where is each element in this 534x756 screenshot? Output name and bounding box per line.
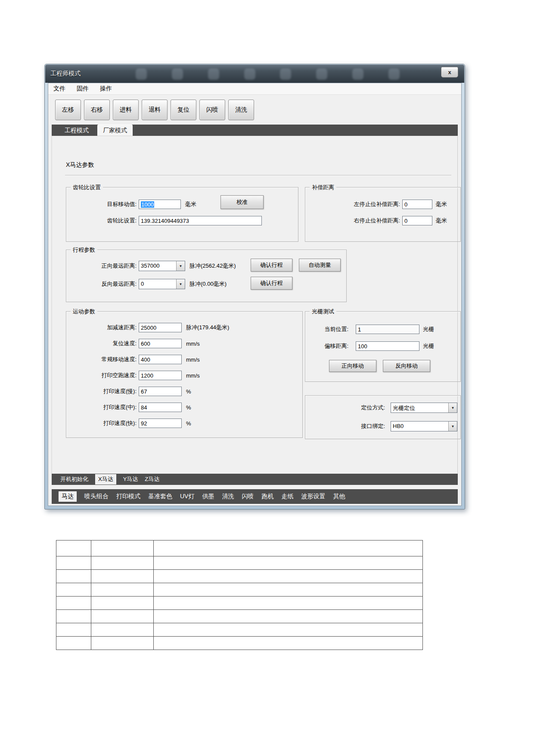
left-stop-compensation-input[interactable] (402, 200, 432, 209)
chevron-down-icon[interactable]: ▼ (176, 279, 185, 289)
target-move-label: 目标移动值: (66, 200, 139, 208)
right-stop-compensation-unit: 毫米 (436, 217, 447, 225)
normal-move-speed-unit: mm/s (186, 356, 200, 363)
table-cell (153, 610, 422, 623)
menu-item-firmware[interactable]: 固件 (76, 84, 90, 94)
reverse-max-distance-value: 0 (139, 279, 176, 289)
ghost-icon (244, 69, 255, 80)
interface-binding-combobox[interactable]: HB0 ▼ (391, 421, 457, 431)
print-speed-medium-input[interactable] (139, 403, 182, 412)
clean-button[interactable]: 清洗 (228, 100, 254, 120)
interface-binding-value: HB0 (391, 422, 448, 431)
ghost-icon (352, 69, 363, 80)
print-speed-slow-unit: % (186, 388, 191, 395)
print-speed-slow-label: 打印速度(慢): (66, 387, 139, 395)
table-cell (153, 637, 422, 650)
tab-y-motor[interactable]: Y马达 (123, 475, 138, 483)
binding-group: 定位方式: 光栅定位 ▼ 接口绑定: HB0 ▼ (305, 395, 461, 439)
reset-speed-input[interactable] (139, 339, 182, 348)
current-position-label: 当前位置: (305, 325, 351, 333)
motor-tab-bar: 开机初始化 X马达 Y马达 Z马达 (52, 474, 458, 485)
forward-max-distance-combobox[interactable]: 357000 ▼ (139, 261, 185, 271)
auto-measure-button[interactable]: 自动测量 (299, 259, 341, 272)
right-stop-compensation-label: 右停止位补偿距离: (305, 217, 402, 225)
accel-distance-input[interactable] (139, 323, 182, 332)
travel-group: 行程参数 正向最远距离: 357000 ▼ 脉冲(2562.42毫米) 反向最远… (66, 250, 347, 302)
current-position-field[interactable]: 1 (356, 325, 419, 334)
page-title: X马达参数 (66, 161, 94, 169)
motion-group-title: 运动参数 (71, 308, 97, 316)
menu-item-operation[interactable]: 操作 (99, 84, 113, 94)
ghost-icon (208, 69, 219, 80)
move-left-button[interactable]: 左移 (55, 100, 81, 120)
compensation-group: 补偿距离 左停止位补偿距离: 毫米 右停止位补偿距离: 毫米 (305, 187, 461, 242)
confirm-travel-button-2[interactable]: 确认行程 (251, 277, 292, 290)
reverse-max-distance-combobox[interactable]: 0 ▼ (139, 279, 185, 289)
table-cell (91, 540, 153, 556)
tab-printhead-combo[interactable]: 喷头组合 (84, 493, 109, 500)
travel-group-title: 行程参数 (71, 246, 97, 254)
titlebar[interactable]: 工程师模式 x (45, 65, 464, 83)
tab-z-motor[interactable]: Z马达 (145, 475, 159, 483)
tab-flash-spray[interactable]: 闪喷 (242, 493, 254, 500)
close-icon[interactable]: x (441, 67, 458, 78)
table-cell (91, 556, 153, 569)
accel-distance-label: 加减速距离: (66, 324, 139, 331)
ghost-icon (388, 69, 400, 80)
print-idle-speed-input[interactable] (139, 371, 182, 380)
right-stop-compensation-input[interactable] (402, 216, 432, 225)
table-cell (153, 556, 422, 569)
print-speed-fast-input[interactable] (139, 419, 182, 428)
normal-move-speed-input[interactable] (139, 355, 182, 364)
tab-x-motor[interactable]: X马达 (95, 474, 116, 484)
tab-engineering-mode[interactable]: 工程模式 (59, 125, 94, 136)
tab-clean[interactable]: 清洗 (222, 493, 234, 500)
confirm-travel-button[interactable]: 确认行程 (251, 259, 292, 272)
chevron-down-icon[interactable]: ▼ (448, 422, 457, 431)
offset-distance-input[interactable] (356, 341, 419, 351)
reset-button[interactable]: 复位 (171, 100, 196, 120)
print-speed-slow-input[interactable] (139, 387, 182, 396)
table-row (56, 583, 422, 596)
positioning-mode-combobox[interactable]: 光栅定位 ▼ (391, 403, 457, 413)
tab-uv-lamp[interactable]: UV灯 (180, 493, 194, 500)
tab-print-mode[interactable]: 打印模式 (116, 493, 140, 500)
compensation-group-title: 补偿距离 (310, 184, 336, 191)
forward-pulse-text: 脉冲(2562.42毫米) (189, 262, 236, 270)
table-row (56, 636, 422, 650)
forward-max-distance-label: 正向最远距离: (66, 262, 139, 270)
tab-run-machine[interactable]: 跑机 (261, 493, 273, 500)
tab-motor[interactable]: 马达 (59, 491, 77, 502)
table-cell (91, 610, 153, 623)
positioning-mode-value: 光栅定位 (391, 403, 448, 412)
table-cell (91, 570, 153, 583)
feed-button[interactable]: 进料 (113, 100, 139, 120)
ghost-icon (172, 69, 183, 80)
forward-move-button[interactable]: 正向移动 (329, 360, 376, 372)
menu-item-file[interactable]: 文件 (53, 84, 66, 94)
empty-table (56, 540, 423, 650)
tab-factory-mode[interactable]: 厂家模式 (97, 125, 133, 136)
gear-ratio-input[interactable] (139, 216, 262, 225)
tab-other[interactable]: 其他 (333, 493, 345, 500)
flash-spray-button[interactable]: 闪喷 (199, 100, 225, 120)
table-cell (153, 583, 422, 596)
reverse-move-button[interactable]: 反向移动 (383, 360, 430, 372)
calibrate-button[interactable]: 校准 (220, 195, 264, 209)
chevron-down-icon[interactable]: ▼ (176, 261, 185, 271)
tab-base-registration[interactable]: 基准套色 (148, 493, 172, 500)
chevron-down-icon[interactable]: ▼ (448, 403, 457, 412)
interface-binding-label: 接口绑定: (305, 422, 387, 430)
target-move-input[interactable]: 1000 (139, 200, 181, 209)
tab-power-on-init[interactable]: 开机初始化 (60, 475, 88, 483)
table-cell (56, 610, 91, 623)
table-cell (56, 623, 91, 636)
move-right-button[interactable]: 右移 (84, 100, 110, 120)
normal-move-speed-label: 常规移动速度: (66, 356, 139, 363)
tab-paper-feed[interactable]: 走纸 (281, 493, 293, 500)
table-cell (153, 540, 422, 556)
table-cell (56, 556, 91, 569)
tab-waveform-settings[interactable]: 波形设置 (301, 493, 325, 500)
tab-ink-supply[interactable]: 供墨 (202, 493, 214, 500)
retract-button[interactable]: 退料 (142, 100, 168, 120)
